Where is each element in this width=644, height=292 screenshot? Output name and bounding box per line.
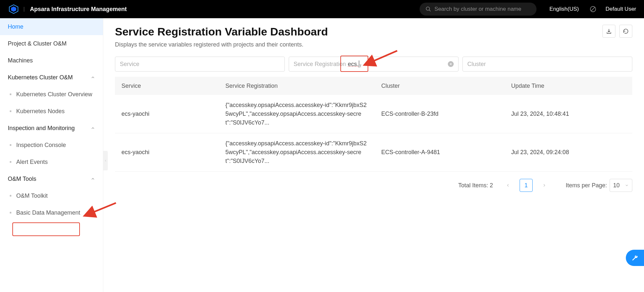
chevron-down-icon: [625, 183, 629, 187]
chevron-left-icon: [506, 183, 510, 188]
chevron-left-icon: [104, 158, 107, 163]
page-title: Service Registration Variable Dashboard: [115, 25, 632, 38]
sidebar-item-label: Home: [8, 23, 23, 30]
cell-service: ecs-yaochi: [121, 149, 225, 156]
sidebar-item-home[interactable]: Home: [0, 18, 103, 35]
sidebar-item-alert-events[interactable]: Alert Events: [0, 153, 103, 170]
layout: Home Project & Cluster O&M Machines Kube…: [0, 18, 644, 292]
filter-reg-value: ecs.: [348, 61, 359, 68]
sidebar-item-label: Inspection and Monitoring: [8, 125, 75, 132]
language-selector[interactable]: English(US): [549, 6, 579, 12]
chevron-up-icon: [91, 177, 95, 181]
pager-prev[interactable]: [503, 179, 513, 192]
sidebar: Home Project & Cluster O&M Machines Kube…: [0, 18, 103, 292]
pager-next[interactable]: [539, 179, 549, 192]
table-row[interactable]: ecs-yaochi {"accesskey.opsapiAccess.acce…: [115, 95, 632, 133]
sidebar-item-label: Alert Events: [16, 159, 48, 166]
text-cursor: [359, 60, 359, 68]
sidebar-collapse-handle[interactable]: [103, 151, 108, 170]
download-icon: [606, 28, 612, 34]
sidebar-item-inspection-monitoring[interactable]: Inspection and Monitoring: [0, 120, 103, 137]
export-button[interactable]: [602, 25, 615, 38]
sidebar-item-k8s-overview[interactable]: Kubernetes Cluster Overview: [0, 86, 103, 103]
sidebar-item-label: Project & Cluster O&M: [8, 40, 67, 47]
app-logo: [8, 3, 19, 15]
filter-service[interactable]: [115, 57, 285, 72]
cell-cluster: ECS-controller-B-23fd: [381, 111, 511, 117]
theme-toggle-button[interactable]: [589, 6, 597, 13]
sidebar-item-label: O&M Toolkit: [16, 192, 48, 199]
col-header-registration: Service Registration: [225, 83, 381, 89]
refresh-icon: [623, 28, 629, 34]
pager-size-select[interactable]: 10: [610, 179, 632, 192]
svg-line-3: [429, 10, 431, 11]
svg-line-5: [591, 7, 595, 11]
theme-toggle-icon: [589, 6, 597, 13]
cell-cluster: ECS-controller-A-9481: [381, 149, 511, 156]
pager-size-value: 10: [613, 182, 620, 189]
main-panel: Service Registration Variable Dashboard …: [103, 18, 644, 292]
wrench-icon: [631, 254, 638, 261]
cell-service: ecs-yaochi: [121, 111, 225, 117]
global-search[interactable]: [420, 3, 537, 16]
chevron-up-icon: [91, 126, 95, 130]
sidebar-item-om-toolkit[interactable]: O&M Toolkit: [0, 187, 103, 204]
filter-cluster-input[interactable]: [467, 61, 627, 68]
floating-tools-button[interactable]: [626, 250, 644, 266]
table-row[interactable]: ecs-yaochi {"accesskey.opsapiAccess.acce…: [115, 133, 632, 172]
sidebar-item-label: Basic Data Management: [16, 209, 80, 216]
cursor-caret-icon: T: [360, 64, 361, 68]
page-subtitle: Displays the service variables registere…: [115, 41, 632, 48]
annotation-highlight-sidebar: [12, 222, 80, 236]
col-header-time: Update Time: [511, 83, 626, 89]
close-circle-icon: [449, 62, 452, 66]
user-label[interactable]: Default User: [606, 6, 636, 12]
sidebar-item-label: Kubernetes Nodes: [16, 108, 65, 115]
col-header-cluster: Cluster: [381, 83, 511, 89]
topbar: | Apsara Infrastructure Management Engli…: [0, 0, 644, 18]
sidebar-item-label: Kubernetes Cluster O&M: [8, 74, 73, 81]
results-table: Service Service Registration Cluster Upd…: [115, 77, 632, 172]
app-title: Apsara Infrastructure Management: [30, 6, 127, 13]
table-header: Service Service Registration Cluster Upd…: [115, 77, 632, 95]
filter-service-input[interactable]: [120, 61, 280, 68]
sidebar-item-om-tools[interactable]: O&M Tools: [0, 170, 103, 187]
sidebar-item-basic-data-mgmt[interactable]: Basic Data Management: [0, 204, 103, 221]
pager-current[interactable]: 1: [520, 179, 533, 192]
svg-point-2: [426, 7, 430, 10]
sidebar-item-label: O&M Tools: [8, 176, 36, 182]
global-search-input[interactable]: [435, 6, 531, 12]
filter-service-registration[interactable]: Service Registration ecs.T: [289, 57, 459, 72]
pager-size: Items per Page: 10: [566, 179, 632, 192]
cell-registration: {"accesskey.opsapiAccess.accesskey-id":"…: [225, 139, 381, 166]
pagination: Total Items: 2 1 Items per Page: 10: [115, 179, 632, 192]
filter-cluster[interactable]: [462, 57, 632, 72]
clear-filter-button[interactable]: [448, 61, 454, 67]
pager-size-label: Items per Page:: [566, 182, 607, 189]
sidebar-item-label: Kubernetes Cluster Overview: [16, 91, 92, 98]
chevron-right-icon: [542, 183, 547, 188]
col-header-service: Service: [121, 83, 225, 89]
page-actions: [602, 25, 632, 38]
cell-registration: {"accesskey.opsapiAccess.accesskey-id":"…: [225, 101, 381, 127]
sidebar-item-label: Inspection Console: [16, 142, 66, 149]
cell-time: Jul 23, 2024, 09:24:08: [511, 149, 626, 156]
sidebar-item-project-cluster[interactable]: Project & Cluster O&M: [0, 35, 103, 52]
sidebar-item-k8s-nodes[interactable]: Kubernetes Nodes: [0, 103, 103, 120]
sidebar-item-k8s-cluster-om[interactable]: Kubernetes Cluster O&M: [0, 69, 103, 86]
sidebar-item-inspection-console[interactable]: Inspection Console: [0, 137, 103, 153]
search-icon: [425, 6, 431, 12]
cell-time: Jul 23, 2024, 10:48:41: [511, 111, 626, 117]
sidebar-item-label: Machines: [8, 57, 33, 64]
refresh-button[interactable]: [619, 25, 632, 38]
filter-reg-placeholder: Service Registration: [294, 61, 346, 68]
chevron-up-icon: [91, 75, 95, 80]
pager-current-value: 1: [524, 182, 528, 189]
svg-marker-1: [11, 7, 16, 12]
pager-total: Total Items: 2: [458, 182, 493, 189]
filter-row: Service Registration ecs.T: [115, 57, 632, 72]
sidebar-item-machines[interactable]: Machines: [0, 52, 103, 69]
